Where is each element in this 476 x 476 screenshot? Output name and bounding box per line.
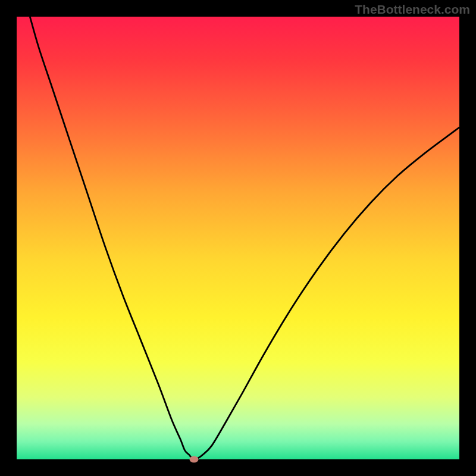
chart-container: TheBottleneck.com [0,0,476,476]
plot-frame [17,17,459,459]
plot-svg [17,17,459,459]
watermark-text: TheBottleneck.com [355,2,470,17]
gradient-background [17,17,459,459]
optimum-marker [189,456,198,463]
